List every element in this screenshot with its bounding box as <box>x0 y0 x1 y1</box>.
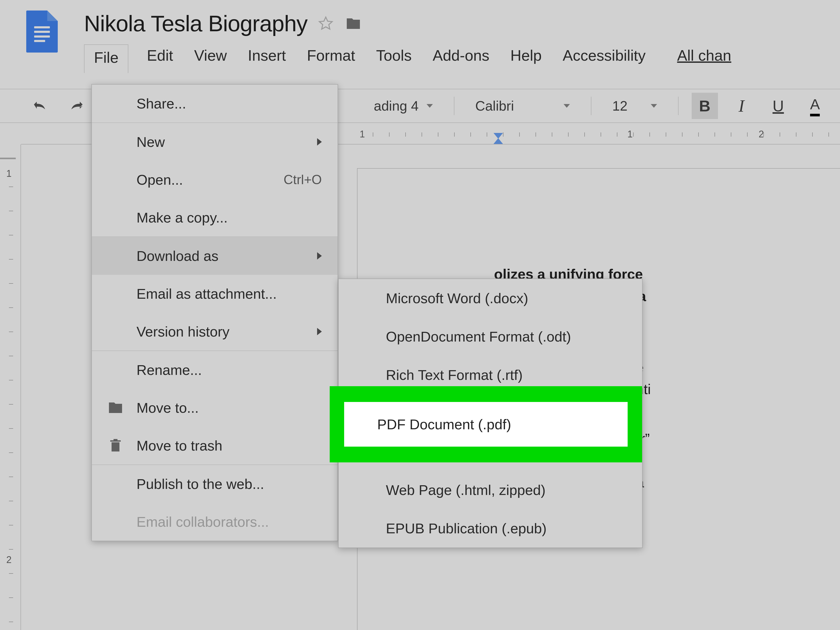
menu-label: Version history <box>136 323 229 340</box>
ruler-guide <box>0 158 16 159</box>
menu-shortcut: Ctrl+O <box>284 172 322 187</box>
font-size-label: 12 <box>613 98 628 114</box>
paragraph-style-label: ading 4 <box>374 98 419 114</box>
text-color-button[interactable]: A <box>802 93 828 119</box>
menu-file[interactable]: File <box>84 44 128 73</box>
menu-label: Download as <box>136 248 218 264</box>
menu-item-move-to[interactable]: Move to... <box>92 389 338 427</box>
submenu-item-epub[interactable]: EPUB Publication (.epub) <box>339 509 642 548</box>
menu-label: Rename... <box>136 362 202 378</box>
bold-button[interactable]: B <box>692 93 718 119</box>
menu-item-make-copy[interactable]: Make a copy... <box>92 199 338 236</box>
menu-item-email-attachment[interactable]: Email as attachment... <box>92 275 338 313</box>
menu-accessibility[interactable]: Accessibility <box>560 44 648 73</box>
menu-label: Open... <box>136 171 183 188</box>
underline-button[interactable]: U <box>765 93 791 119</box>
title-row: Nikola Tesla Biography <box>84 11 734 36</box>
ruler-h-num: 1 <box>627 129 633 140</box>
trash-icon <box>107 438 123 453</box>
header-right: Nikola Tesla Biography File Edit View In… <box>84 11 734 73</box>
folder-icon <box>107 400 123 416</box>
ruler-v-num: 1 <box>6 168 11 179</box>
menu-label: Make a copy... <box>136 209 227 226</box>
menu-item-move-trash[interactable]: Move to trash <box>92 427 338 464</box>
submenu-caret-icon <box>317 138 322 146</box>
highlight-pdf-item[interactable]: PDF Document (.pdf) <box>344 402 628 446</box>
toolbar-separator <box>591 97 591 115</box>
menu-item-publish-web[interactable]: Publish to the web... <box>92 465 338 503</box>
ruler-v-num: 2 <box>6 554 11 565</box>
toolbar-separator <box>454 97 455 115</box>
menu-tools[interactable]: Tools <box>374 44 414 73</box>
caret-down-icon <box>564 104 570 108</box>
menu-item-version-history[interactable]: Version history <box>92 313 338 350</box>
menu-label: Publish to the web... <box>136 476 264 492</box>
file-menu-dropdown: Share... New Open...Ctrl+O Make a copy..… <box>92 84 338 541</box>
docs-app-icon[interactable] <box>26 11 58 52</box>
italic-button[interactable]: I <box>728 93 755 119</box>
submenu-caret-icon <box>317 252 322 260</box>
paragraph-style-dropdown[interactable]: ading 4 <box>366 98 441 114</box>
submenu-caret-icon <box>317 328 322 335</box>
menu-label: Email as attachment... <box>136 286 277 302</box>
toolbar-separator <box>678 97 679 115</box>
menu-label: Share... <box>136 95 186 112</box>
menu-item-email-collaborators[interactable]: Email collaborators... <box>92 503 338 541</box>
menu-help[interactable]: Help <box>508 44 544 73</box>
submenu-item-docx[interactable]: Microsoft Word (.docx) <box>339 279 642 317</box>
indent-marker-icon[interactable] <box>494 133 503 144</box>
menu-edit[interactable]: Edit <box>144 44 175 73</box>
menu-insert[interactable]: Insert <box>245 44 289 73</box>
menu-label: New <box>136 134 165 150</box>
menu-item-open[interactable]: Open...Ctrl+O <box>92 161 338 199</box>
move-folder-icon[interactable] <box>344 16 363 32</box>
highlight-callout: PDF Document (.pdf) <box>330 386 642 462</box>
font-family-label: Calibri <box>475 98 514 114</box>
text-color-label: A <box>810 96 820 116</box>
font-size-dropdown[interactable]: 12 <box>605 98 665 114</box>
caret-down-icon <box>426 104 433 108</box>
document-title[interactable]: Nikola Tesla Biography <box>84 11 307 36</box>
menu-addons[interactable]: Add-ons <box>430 44 492 73</box>
menu-item-new[interactable]: New <box>92 123 338 161</box>
caret-down-icon <box>651 104 657 108</box>
menu-format[interactable]: Format <box>304 44 358 73</box>
header: Nikola Tesla Biography File Edit View In… <box>0 0 840 73</box>
menu-label: Move to... <box>136 400 199 416</box>
redo-button[interactable] <box>63 98 88 114</box>
star-icon[interactable] <box>318 16 334 32</box>
vertical-ruler[interactable]: 1 2 <box>0 144 21 630</box>
ruler-h-num: 1 <box>360 129 365 140</box>
menu-view[interactable]: View <box>191 44 229 73</box>
menu-item-rename[interactable]: Rename... <box>92 351 338 389</box>
undo-button[interactable] <box>29 98 53 114</box>
menu-label: Email collaborators... <box>136 514 269 530</box>
menu-label: Move to trash <box>136 437 222 454</box>
menu-item-share[interactable]: Share... <box>92 85 338 122</box>
submenu-item-html[interactable]: Web Page (.html, zipped) <box>339 471 642 509</box>
menu-item-download-as[interactable]: Download as <box>92 237 338 275</box>
font-family-dropdown[interactable]: Calibri <box>467 98 578 114</box>
submenu-item-odt[interactable]: OpenDocument Format (.odt) <box>339 317 642 356</box>
doc-icon-lines <box>34 26 50 42</box>
menu-bar: File Edit View Insert Format Tools Add-o… <box>84 44 734 73</box>
changes-link[interactable]: All chan <box>674 44 734 73</box>
